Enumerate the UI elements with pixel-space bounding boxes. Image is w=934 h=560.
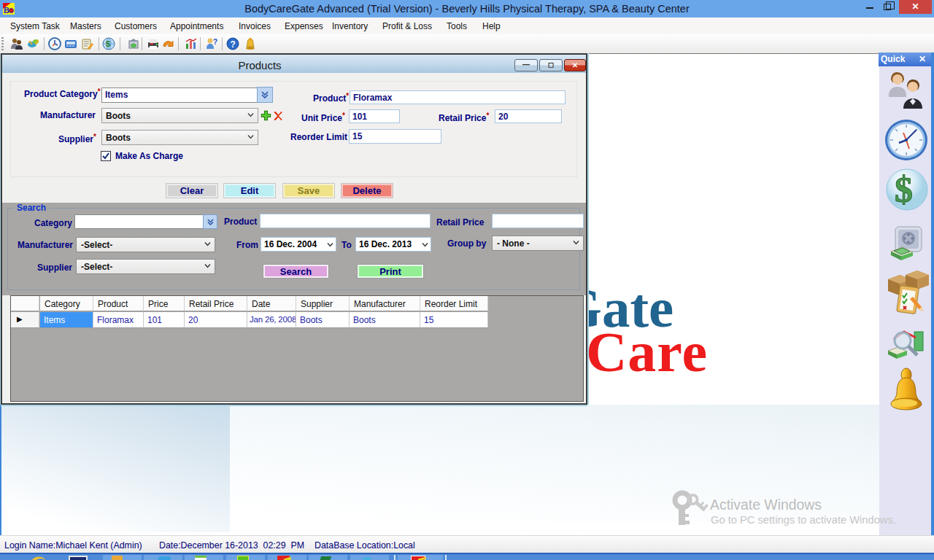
svg-text:$: $ [106, 39, 110, 48]
svg-text:?: ? [231, 39, 236, 50]
svg-text:?: ? [213, 38, 217, 46]
svg-text:$: $ [895, 169, 913, 210]
